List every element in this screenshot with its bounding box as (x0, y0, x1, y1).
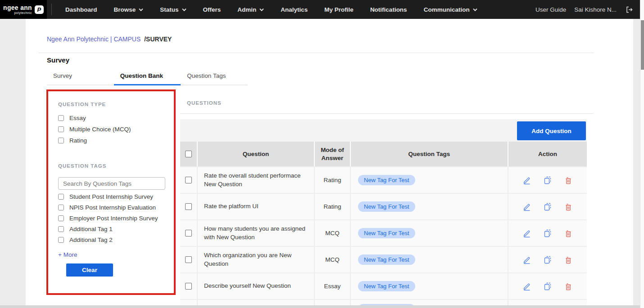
page-title: Survey (47, 56, 69, 64)
question-text: Which organization you are New Question (197, 247, 314, 272)
mode-of-answer: Rating (314, 194, 350, 219)
chevron-down-icon (182, 8, 186, 11)
header-cell-tags: Question Tags (350, 142, 508, 166)
tab-bar: Survey Question Bank Question Tags (47, 67, 248, 85)
logo[interactable]: ngee ann polytechnic P (0, 0, 47, 19)
mode-of-answer: Essay (314, 273, 350, 299)
chevron-down-icon (473, 8, 477, 11)
clear-filters-button[interactable]: Clear (66, 263, 113, 277)
username-link[interactable]: Sai Kishore N... (574, 6, 617, 13)
nav-item-offers[interactable]: Offers (203, 6, 221, 13)
mode-of-answer: MCQ (314, 247, 350, 272)
user-guide-link[interactable]: User Guide (535, 6, 566, 13)
tab-question-bank[interactable]: Question Bank (114, 67, 181, 85)
question-tags-label: QUESTION TAGS (58, 163, 106, 169)
breadcrumb-root-link[interactable]: Ngee Ann Polytechnic | CAMPUS (47, 36, 141, 43)
question-text: Rate the platform UI (197, 194, 314, 219)
checkbox[interactable] (58, 215, 64, 221)
more-tags-link[interactable]: + More (58, 251, 77, 258)
nav-item-browse[interactable]: Browse (114, 6, 144, 13)
question-text: How many students you are assigned with … (197, 220, 314, 246)
mode-of-answer: Rating (314, 167, 350, 193)
checkbox[interactable] (58, 237, 64, 243)
mode-of-answer: MCQ (314, 220, 350, 246)
nav-item-status[interactable]: Status (160, 6, 186, 13)
row-checkbox[interactable] (185, 177, 192, 183)
top-navbar: ngee ann polytechnic P Dashboard Browse … (0, 0, 644, 19)
checkbox[interactable] (58, 226, 64, 232)
filter-option-essay[interactable]: Essay (58, 115, 86, 121)
row-checkbox[interactable] (185, 230, 192, 237)
tag-search-input[interactable] (58, 177, 165, 190)
header-cell-mode: Mode of Answer (314, 142, 350, 166)
logout-icon[interactable] (626, 6, 633, 13)
row-checkbox[interactable] (185, 203, 192, 210)
tab-survey[interactable]: Survey (47, 67, 114, 85)
questions-panel: Add Question Question Mode of Answer Que… (180, 119, 587, 305)
copy-icon[interactable] (544, 203, 552, 211)
edit-icon[interactable] (523, 282, 531, 290)
nav-right-group: User Guide Sai Kishore N... (535, 6, 633, 13)
checkbox[interactable] (58, 205, 64, 210)
question-text: Describe yourself New Question (197, 273, 314, 299)
filter-tag-npis-post-internship[interactable]: NPIS Post Internship Evaluation (58, 204, 156, 211)
table-row: Rate the platform UI Rating New Tag For … (180, 193, 587, 219)
nav-item-dashboard[interactable]: Dashboard (65, 6, 97, 13)
question-text: Rate the overall student performace New … (197, 167, 314, 193)
table-header-row: Question Mode of Answer Question Tags Ac… (180, 142, 587, 166)
questions-table: Question Mode of Answer Question Tags Ac… (180, 142, 587, 305)
question-tag-pill: New Tag For Test (358, 201, 415, 212)
logo-icon: P (35, 5, 44, 14)
delete-icon[interactable] (564, 229, 572, 237)
filter-option-mcq[interactable]: Multiple Choice (MCQ) (58, 126, 131, 133)
delete-icon[interactable] (564, 282, 572, 290)
nav-item-notifications[interactable]: Notifications (370, 6, 407, 13)
nav-item-analytics[interactable]: Analytics (281, 6, 308, 13)
edit-icon[interactable] (523, 203, 531, 211)
filter-tag-student-post-internship[interactable]: Student Post Internship Survey (58, 193, 153, 200)
select-all-checkbox[interactable] (185, 151, 192, 157)
header-cell-checkbox (180, 142, 197, 166)
breadcrumb: Ngee Ann Polytechnic | CAMPUS /SURVEY (47, 36, 172, 43)
table-row: Rate the overall student performace New … (180, 166, 587, 193)
filter-tag-employer-post-internship[interactable]: Employer Post Internship Survey (58, 215, 158, 222)
row-checkbox[interactable] (185, 283, 192, 290)
table-row: Describe yourself New Question Essay New… (180, 272, 587, 299)
question-tag-pill: New Tag For Test (358, 254, 415, 265)
scrollbar-track[interactable] (640, 0, 644, 308)
edit-icon[interactable] (523, 176, 531, 184)
copy-icon[interactable] (544, 256, 552, 264)
nav-item-admin[interactable]: Admin (237, 6, 264, 13)
tab-question-tags[interactable]: Question Tags (181, 67, 248, 85)
copy-icon[interactable] (544, 282, 552, 290)
header-cell-action: Action (508, 142, 587, 166)
question-tag-pill: New Tag For Test (358, 228, 415, 238)
copy-icon[interactable] (544, 229, 552, 237)
annotation-highlight-box: QUESTION TYPE Essay Multiple Choice (MCQ… (46, 89, 176, 295)
nav-item-my-profile[interactable]: My Profile (324, 6, 354, 13)
question-type-label: QUESTION TYPE (58, 102, 106, 107)
nav-item-communication[interactable]: Communication (424, 6, 477, 13)
delete-icon[interactable] (564, 203, 572, 211)
edit-icon[interactable] (523, 229, 531, 237)
checkbox[interactable] (58, 126, 64, 132)
nav-menu: Dashboard Browse Status Offers Admin Ana… (65, 6, 477, 13)
header-divider (38, 53, 594, 53)
scrollbar-thumb[interactable] (641, 20, 644, 70)
copy-icon[interactable] (544, 176, 552, 184)
delete-icon[interactable] (564, 176, 572, 184)
chevron-down-icon (139, 8, 143, 11)
table-row-partial: New Tag For Test (180, 299, 587, 305)
edit-icon[interactable] (523, 256, 531, 264)
delete-icon[interactable] (564, 256, 572, 264)
page-bottom-edge (0, 305, 644, 308)
filter-option-rating[interactable]: Rating (58, 137, 87, 144)
logo-text: ngee ann polytechnic (3, 4, 32, 14)
checkbox[interactable] (58, 115, 64, 121)
row-checkbox[interactable] (185, 256, 192, 263)
checkbox[interactable] (58, 138, 64, 143)
filter-tag-additional-1[interactable]: Additional Tag 1 (58, 226, 113, 232)
filter-tag-additional-2[interactable]: Additional Tag 2 (58, 237, 113, 243)
add-question-button[interactable]: Add Question (517, 121, 586, 140)
checkbox[interactable] (58, 194, 64, 200)
